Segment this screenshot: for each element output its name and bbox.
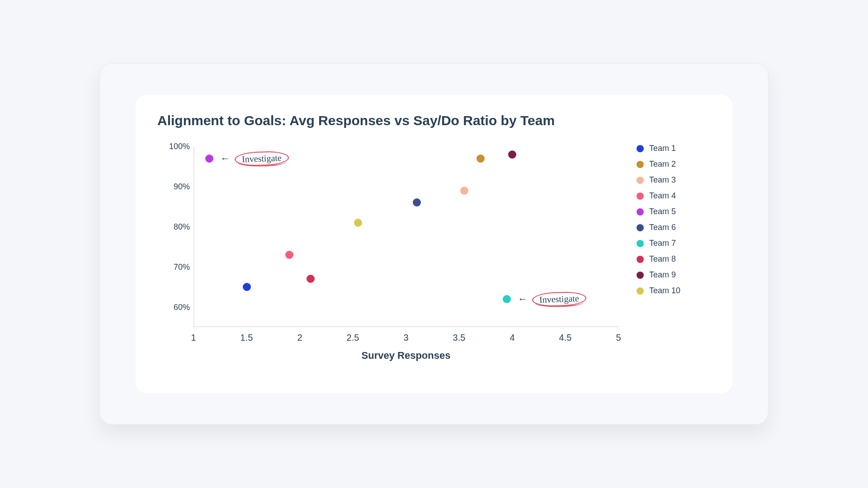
legend-swatch-icon — [637, 208, 644, 216]
chart-zone: 60%70%80%90%100% 11.522.533.544.55 Surve… — [157, 137, 711, 381]
legend-item-team-9[interactable]: Team 9 — [637, 270, 680, 280]
y-tick-label: 60% — [157, 302, 190, 312]
legend-item-team-7[interactable]: Team 7 — [637, 239, 680, 248]
x-tick-label: 3 — [397, 333, 415, 343]
x-tick-label: 1.5 — [238, 333, 256, 343]
legend-item-team-8[interactable]: Team 8 — [637, 254, 680, 264]
y-tick-label: 80% — [157, 222, 190, 231]
x-tick-label: 2.5 — [344, 333, 362, 343]
data-point-team-5[interactable] — [205, 155, 213, 163]
data-point-team-9[interactable] — [508, 150, 516, 159]
y-tick-label: 70% — [157, 262, 190, 272]
legend-swatch-icon — [637, 256, 644, 263]
data-point-team-10[interactable] — [354, 219, 362, 227]
legend-label: Team 1 — [649, 144, 676, 153]
y-tick-label: 100% — [157, 142, 190, 151]
legend-label: Team 7 — [649, 239, 676, 248]
legend-label: Team 8 — [649, 254, 676, 264]
annotation-team-7: ←Investigate — [518, 292, 586, 306]
legend-item-team-5[interactable]: Team 5 — [637, 207, 680, 216]
arrow-left-icon: ← — [518, 293, 528, 305]
legend-label: Team 9 — [649, 270, 676, 280]
data-point-team-2[interactable] — [476, 155, 485, 163]
legend-swatch-icon — [637, 192, 644, 200]
legend-swatch-icon — [637, 272, 644, 279]
chart-title: Alignment to Goals: Avg Responses vs Say… — [157, 113, 711, 128]
legend-swatch-icon — [637, 287, 644, 295]
x-tick-label: 1 — [184, 333, 203, 343]
annotation-team-5: ←Investigate — [220, 151, 289, 165]
legend: Team 1Team 2Team 3Team 4Team 5Team 6Team… — [637, 144, 680, 296]
x-tick-label: 5 — [609, 333, 627, 343]
legend-item-team-2[interactable]: Team 2 — [637, 160, 680, 169]
data-point-team-6[interactable] — [413, 198, 421, 206]
annotation-text: Investigate — [532, 291, 587, 307]
outer-card: Alignment to Goals: Avg Responses vs Say… — [99, 63, 769, 425]
arrow-left-icon: ← — [220, 153, 230, 164]
legend-swatch-icon — [637, 224, 644, 231]
data-point-team-1[interactable] — [243, 283, 251, 291]
x-axis-label: Survey Responses — [193, 350, 618, 361]
legend-item-team-4[interactable]: Team 4 — [637, 191, 680, 201]
data-point-team-7[interactable] — [503, 295, 511, 303]
x-tick-label: 3.5 — [450, 333, 468, 343]
legend-swatch-icon — [637, 177, 644, 184]
data-point-team-3[interactable] — [460, 187, 468, 195]
legend-item-team-1[interactable]: Team 1 — [637, 144, 680, 153]
legend-item-team-10[interactable]: Team 10 — [637, 286, 680, 296]
x-tick-label: 2 — [291, 333, 309, 343]
chart-card: Alignment to Goals: Avg Responses vs Say… — [136, 95, 732, 393]
legend-swatch-icon — [637, 145, 644, 152]
annotation-text: Investigate — [235, 150, 289, 166]
legend-swatch-icon — [637, 161, 644, 168]
legend-item-team-6[interactable]: Team 6 — [637, 223, 680, 232]
y-tick-label: 90% — [157, 182, 190, 191]
legend-swatch-icon — [637, 240, 644, 247]
legend-label: Team 2 — [649, 160, 676, 169]
data-point-team-4[interactable] — [285, 251, 293, 259]
data-point-team-8[interactable] — [307, 275, 315, 283]
legend-label: Team 3 — [649, 175, 676, 185]
legend-label: Team 4 — [649, 191, 676, 201]
legend-label: Team 6 — [649, 223, 676, 232]
legend-label: Team 10 — [649, 286, 680, 296]
legend-item-team-3[interactable]: Team 3 — [637, 175, 680, 185]
x-tick-label: 4.5 — [557, 333, 575, 343]
legend-label: Team 5 — [649, 207, 676, 216]
x-tick-label: 4 — [503, 333, 521, 343]
